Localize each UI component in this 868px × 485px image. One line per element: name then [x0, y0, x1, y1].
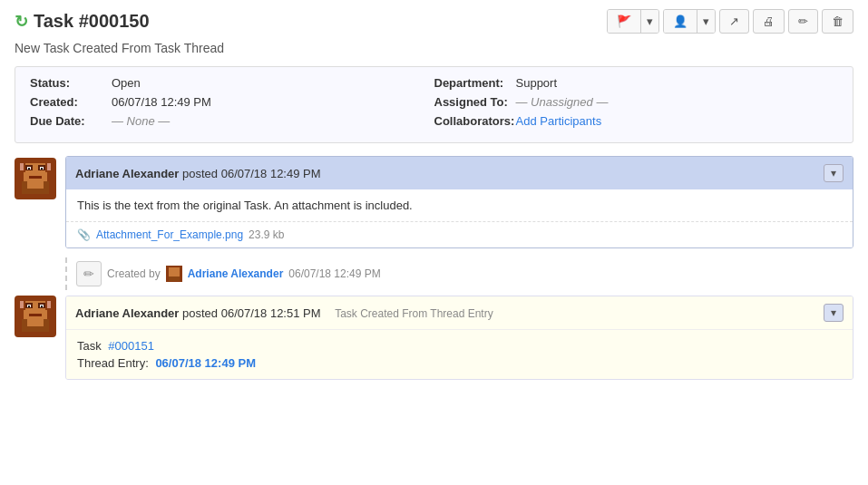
first-thread-body-text: This is the text from the original Task.… — [77, 199, 413, 212]
assigned-label: Assigned To: — [434, 95, 516, 109]
svg-rect-10 — [27, 181, 44, 189]
second-author-avatar — [15, 296, 56, 337]
second-avatar-svg — [15, 296, 56, 337]
svg-rect-13 — [20, 163, 24, 170]
page-wrapper: ↻ Task #000150 🚩 ▾ 👤 ▾ ↗ 🖨 ✏ 🗑 New Task … — [0, 0, 868, 485]
status-value: Open — [112, 76, 141, 90]
task-title: ↻ Task #000150 — [15, 11, 150, 32]
svg-rect-14 — [47, 163, 51, 170]
header-row: ↻ Task #000150 🚩 ▾ 👤 ▾ ↗ 🖨 ✏ 🗑 — [15, 9, 853, 34]
first-thread-row: Adriane Alexander posted 06/07/18 12:49 … — [15, 156, 853, 248]
svg-rect-28 — [27, 319, 44, 326]
created-label: Created: — [30, 95, 112, 109]
status-row: Status: Open — [30, 76, 434, 90]
created-row: Created: 06/07/18 12:49 PM — [30, 95, 434, 109]
second-thread-wrapper: Adriane Alexander posted 06/07/18 12:51 … — [15, 296, 853, 380]
task-title-text: Task #000150 — [34, 11, 150, 32]
first-thread-attachment: 📎 Attachment_For_Example.png 23.9 kb — [66, 221, 853, 247]
svg-rect-32 — [47, 301, 51, 308]
created-value: 06/07/18 12:49 PM — [112, 95, 211, 109]
flag-button-split[interactable]: 🚩 ▾ — [607, 9, 659, 34]
status-label: Status: — [30, 76, 112, 90]
info-right: Department: Support Assigned To: — Unass… — [434, 76, 839, 133]
first-thread-timestamp: 06/07/18 12:49 PM — [221, 167, 321, 180]
second-thread-action: posted — [182, 306, 221, 320]
created-by-author-link[interactable]: Adriane Alexander — [188, 267, 284, 280]
print-button[interactable]: 🖨 — [753, 9, 785, 34]
second-thread-header-text: Adriane Alexander posted 06/07/18 12:51 … — [75, 306, 493, 320]
first-thread-action: posted — [182, 167, 221, 180]
due-label: Due Date: — [30, 114, 112, 128]
svg-rect-17 — [169, 276, 180, 281]
collab-value: Add Participants — [516, 114, 602, 128]
created-by-prefix: Created by — [107, 267, 161, 280]
second-thread-header: Adriane Alexander posted 06/07/18 12:51 … — [66, 296, 853, 330]
first-thread-header-text: Adriane Alexander posted 06/07/18 12:49 … — [75, 167, 321, 180]
thread-section: Adriane Alexander posted 06/07/18 12:49 … — [15, 156, 853, 380]
second-thread-body: Task #000151 Thread Entry: 06/07/18 12:4… — [66, 330, 853, 379]
assigned-value: — Unassigned — — [516, 95, 609, 109]
flag-button-main[interactable]: 🚩 — [608, 10, 640, 33]
svg-rect-7 — [41, 168, 43, 170]
svg-rect-24 — [28, 306, 30, 307]
thread-entry-label: Thread Entry: — [77, 356, 149, 370]
collab-label: Collaborators: — [434, 114, 516, 128]
first-thread-author: Adriane Alexander — [75, 167, 179, 180]
attachment-link[interactable]: Attachment_For_Example.png — [96, 228, 243, 241]
mini-avatar — [166, 266, 182, 282]
pencil-icon: ✏ — [76, 261, 102, 286]
dept-row: Department: Support — [434, 76, 839, 90]
first-thread-box: Adriane Alexander posted 06/07/18 12:49 … — [65, 156, 853, 248]
thread-entry-link[interactable]: 06/07/18 12:49 PM — [155, 356, 256, 370]
info-table: Status: Open Created: 06/07/18 12:49 PM … — [15, 66, 853, 143]
assign-button-split[interactable]: 👤 ▾ — [663, 9, 716, 34]
created-by-line: ✏ Created by Adriane Alexander 06/07/18 … — [65, 257, 853, 290]
second-thread-task-link[interactable]: #000151 — [108, 339, 154, 353]
svg-rect-31 — [20, 301, 24, 308]
second-thread-task-label: Task — [77, 339, 102, 353]
dept-label: Department: — [434, 76, 516, 90]
assign-button-arrow[interactable]: ▾ — [697, 10, 715, 33]
second-thread-author: Adriane Alexander — [75, 306, 179, 320]
svg-rect-6 — [28, 168, 30, 170]
second-thread-box: Adriane Alexander posted 06/07/18 12:51 … — [65, 296, 853, 380]
page-subtitle: New Task Created From Task Thread — [15, 41, 853, 55]
created-by-timestamp: 06/07/18 12:49 PM — [288, 267, 380, 280]
toolbar: 🚩 ▾ 👤 ▾ ↗ 🖨 ✏ 🗑 — [607, 9, 853, 34]
due-row: Due Date: — None — — [30, 114, 434, 128]
collab-row: Collaborators: Add Participants — [434, 114, 839, 128]
attachment-size: 23.9 kb — [249, 228, 284, 241]
svg-rect-25 — [41, 306, 43, 307]
paperclip-icon: 📎 — [77, 228, 91, 241]
assigned-row: Assigned To: — Unassigned — — [434, 95, 839, 109]
delete-button[interactable]: 🗑 — [822, 9, 853, 34]
first-thread-dropdown[interactable]: ▾ — [824, 164, 844, 182]
first-thread-header: Adriane Alexander posted 06/07/18 12:49 … — [66, 157, 853, 189]
second-thread-tag: Task Created From Thread Entry — [335, 307, 493, 320]
share-button[interactable]: ↗ — [719, 9, 749, 34]
first-author-avatar — [15, 158, 56, 199]
second-thread-timestamp: 06/07/18 12:51 PM — [221, 306, 321, 320]
first-thread-body: This is the text from the original Task.… — [66, 189, 853, 221]
refresh-icon[interactable]: ↻ — [15, 12, 28, 32]
second-thread-task-row: Task #000151 — [77, 339, 842, 353]
second-thread-dropdown[interactable]: ▾ — [824, 304, 844, 322]
flag-button-arrow[interactable]: ▾ — [640, 10, 658, 33]
first-thread-content: Adriane Alexander posted 06/07/18 12:49 … — [65, 156, 853, 248]
svg-rect-26 — [29, 314, 42, 316]
info-left: Status: Open Created: 06/07/18 12:49 PM … — [30, 76, 434, 133]
second-thread-entry-row: Thread Entry: 06/07/18 12:49 PM — [77, 356, 842, 370]
svg-rect-16 — [169, 267, 180, 276]
edit-button[interactable]: ✏ — [788, 9, 818, 34]
add-participants-link[interactable]: Add Participants — [516, 114, 602, 128]
assign-button-main[interactable]: 👤 — [664, 10, 697, 33]
svg-rect-8 — [29, 176, 42, 179]
dept-value: Support — [516, 76, 558, 90]
due-value: — None — — [112, 114, 170, 128]
avatar-svg — [15, 158, 56, 199]
